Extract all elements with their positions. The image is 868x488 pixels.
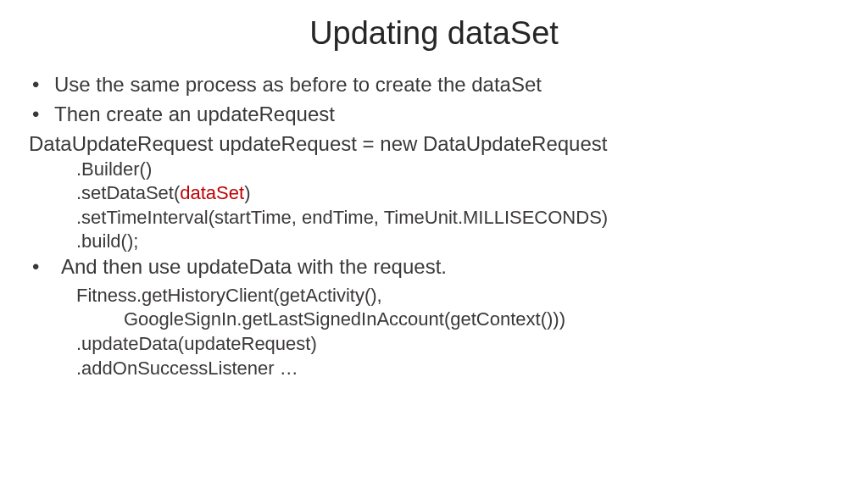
slide: Updating dataSet Use the same process as… [0, 0, 868, 488]
code-line: .setDataSet(dataSet) [29, 181, 839, 206]
code-line: GoogleSignIn.getLastSignedInAccount(getC… [29, 308, 839, 332]
code-line: .setTimeInterval(startTime, endTime, Tim… [29, 206, 839, 230]
code-text: .setDataSet( [76, 182, 180, 203]
bullet-item: Then create an updateRequest [29, 102, 839, 128]
code-line: .Builder() [29, 158, 839, 182]
bullet-item: And then use updateData with the request… [29, 254, 839, 280]
code-line: Fitness.getHistoryClient(getActivity(), [29, 284, 839, 308]
bullet-list: And then use updateData with the request… [29, 254, 839, 280]
code-text: ) [244, 182, 250, 203]
bullet-item: Use the same process as before to create… [29, 72, 839, 98]
bullet-list: Use the same process as before to create… [29, 72, 839, 127]
code-line: .updateData(updateRequest) [29, 332, 839, 357]
code-line: DataUpdateRequest updateRequest = new Da… [29, 130, 839, 157]
code-line: .addOnSuccessListener … [29, 357, 839, 381]
code-line: .build(); [29, 230, 839, 254]
slide-title: Updating dataSet [29, 15, 839, 52]
code-param: dataSet [180, 182, 244, 203]
